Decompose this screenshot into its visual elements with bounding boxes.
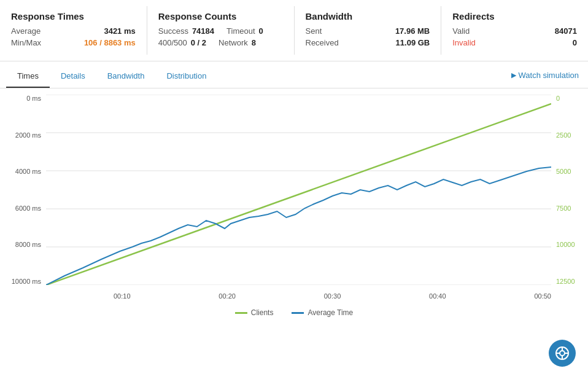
received-value: 11.09 GB [396, 38, 430, 47]
watch-sim-label: Watch simulation [519, 71, 579, 80]
response-counts-title: Response Counts [158, 11, 283, 21]
response-times-title: Response Times [11, 11, 136, 21]
tab-times[interactable]: Times [6, 68, 50, 88]
legend-avg-time: Average Time [292, 308, 353, 317]
bandwidth-card: Bandwidth Sent 17.96 MB Received 11.09 G… [295, 6, 442, 55]
valid-value: 84071 [555, 26, 577, 36]
avg-time-line-indicator [292, 312, 304, 314]
received-label: Received [306, 38, 339, 47]
timeout-value: 0 [259, 26, 263, 36]
bandwidth-title: Bandwidth [306, 11, 430, 21]
x-axis: 00:10 00:20 00:30 00:40 00:50 [46, 288, 551, 303]
avg-time-line [46, 167, 551, 285]
watch-simulation-button[interactable]: ▶ Watch simulation [511, 71, 589, 85]
tab-details[interactable]: Details [50, 68, 96, 88]
redirects-card: Redirects Valid 84071 Invalid 0 [441, 6, 588, 55]
network-value: 8 [252, 38, 256, 47]
tabs: Times Details Bandwidth Distribution [6, 68, 217, 88]
success-value: 74184 [192, 26, 214, 36]
minmax-value: 106 / 8863 ms [84, 38, 136, 47]
sent-value: 17.96 MB [395, 26, 430, 36]
sent-label: Sent [306, 26, 322, 36]
stats-row: Response Times Average 3421 ms Min/Max 1… [0, 0, 588, 61]
error-value: 0 / 2 [191, 38, 206, 47]
avg-time-label: Average Time [308, 308, 353, 317]
invalid-value: 0 [573, 38, 577, 47]
chart-svg [46, 95, 551, 285]
clients-label: Clients [251, 308, 274, 317]
play-icon: ▶ [511, 71, 516, 79]
valid-label: Valid [452, 26, 470, 36]
legend-clients: Clients [235, 308, 274, 317]
network-label: Network [219, 38, 248, 47]
minmax-label: Min/Max [11, 38, 41, 47]
chart-inner [46, 95, 551, 285]
tab-bandwidth[interactable]: Bandwidth [96, 68, 156, 88]
clients-line-indicator [235, 312, 247, 314]
response-counts-card: Response Counts Success 74184 Timeout 0 … [147, 6, 295, 55]
tabs-row: Times Details Bandwidth Distribution ▶ W… [0, 61, 588, 88]
y-axis-left: 10000 ms 8000 ms 6000 ms 4000 ms 2000 ms… [6, 95, 46, 285]
y-axis-right: 12500 10000 7500 5000 2500 0 [551, 95, 582, 285]
invalid-label: Invalid [452, 38, 476, 47]
tab-distribution[interactable]: Distribution [155, 68, 217, 88]
average-label: Average [11, 26, 41, 36]
success-label: Success [158, 26, 188, 36]
response-times-card: Response Times Average 3421 ms Min/Max 1… [0, 6, 147, 55]
timeout-label: Timeout [226, 26, 255, 36]
chart-area: 10000 ms 8000 ms 6000 ms 4000 ms 2000 ms… [6, 88, 582, 342]
redirects-title: Redirects [452, 11, 577, 21]
chart-legend: Clients Average Time [6, 303, 582, 317]
clients-line [46, 104, 551, 285]
average-value: 3421 ms [104, 26, 135, 36]
chart-container: 10000 ms 8000 ms 6000 ms 4000 ms 2000 ms… [6, 95, 582, 303]
error-label: 400/500 [158, 38, 187, 47]
